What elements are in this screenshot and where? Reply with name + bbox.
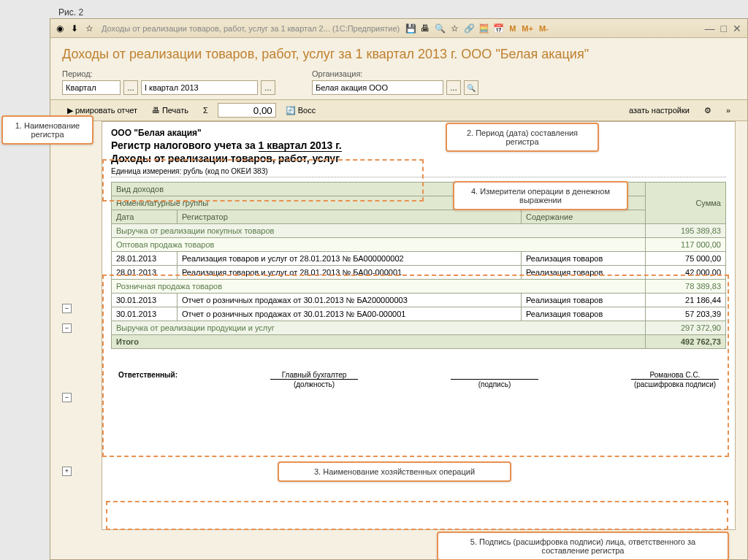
callout-4: 4. Измерители операции в денежном выраже…	[453, 181, 628, 210]
org-input[interactable]: Белая акация ООО	[312, 80, 443, 95]
table-row[interactable]: Оптовая продажа товаров117 000,00	[112, 238, 726, 252]
restore-button[interactable]: 🔄 Восс	[280, 104, 321, 118]
titlebar: ◉ ⬇ ☆ Доходы от реализации товаров, рабо…	[50, 19, 747, 38]
position-caption: (должность)	[270, 379, 358, 388]
star2-icon[interactable]: ☆	[448, 22, 461, 35]
th-date: Дата	[112, 210, 178, 224]
period-type-picker[interactable]: …	[123, 80, 138, 95]
calc-icon[interactable]: 🧮	[477, 22, 490, 35]
print-icon[interactable]: 🖶	[419, 22, 432, 35]
th-registrator: Регистратор	[178, 210, 522, 224]
org-search-icon[interactable]: 🔍	[464, 80, 478, 95]
report-reg-prefix: Регистр налогового учета за	[111, 139, 259, 151]
callout-5: 5. Подпись (расшифровка подписи) лица, о…	[437, 532, 729, 560]
report-unit: Единица измерения: рубль (код по ОКЕИ 38…	[111, 167, 726, 177]
period-label: Период:	[62, 69, 275, 78]
toolbar: ▶ рмировать отчет 🖶 Печать Σ 🔄 Восс азат…	[50, 99, 747, 121]
table-row[interactable]: 30.01.2013Отчет о розничных продажах от …	[112, 294, 726, 307]
filters-row: Период: Квартал … I квартал 2013 … Орган…	[50, 69, 747, 99]
callout-3: 3. Наименование хозяйственных операций	[278, 461, 511, 482]
preview-icon[interactable]: 🔍	[433, 22, 446, 35]
table-row[interactable]: Выручка от реализации продукции и услуг2…	[112, 321, 726, 335]
table-row[interactable]: Итого492 762,73	[112, 335, 726, 349]
collapse-icon[interactable]: −	[62, 323, 72, 333]
callout-2: 2. Период (дата) составления регистра	[446, 123, 599, 152]
sign-caption: (подпись)	[451, 379, 538, 388]
position-value: Главный бухгалтер	[282, 371, 347, 379]
table-row[interactable]: 28.01.2013Реализация товаров и услуг от …	[112, 252, 726, 266]
maximize-icon[interactable]: □	[718, 23, 730, 34]
mem-m-button[interactable]: M	[506, 24, 519, 33]
signature-row: Ответственный: Главный бухгалтер (должно…	[111, 371, 726, 388]
org-label: Организация:	[312, 69, 478, 78]
period-value-input[interactable]: I квартал 2013	[141, 80, 258, 95]
period-value-picker[interactable]: …	[261, 80, 275, 95]
close-icon[interactable]: ✕	[730, 23, 744, 34]
report-subtitle: Доходы от реализации товаров, работ, усл…	[111, 153, 726, 164]
mem-mplus-button[interactable]: M+	[519, 24, 536, 33]
fav-star-icon[interactable]: ☆	[83, 22, 96, 35]
table-row[interactable]: Розничная продажа товаров78 389,83	[112, 280, 726, 294]
restore-label: Восс	[298, 106, 316, 115]
report-org: ООО "Белая акация"	[111, 128, 726, 138]
name-value: Романова С.С.	[650, 371, 701, 379]
org-picker[interactable]: …	[446, 80, 461, 95]
show-settings-label: азать настройки	[629, 106, 690, 115]
form-report-label: рмировать отчет	[75, 106, 137, 115]
show-settings-button[interactable]: азать настройки	[624, 104, 695, 117]
page-title: Доходы от реализации товаров, работ, усл…	[50, 38, 747, 69]
back-icon[interactable]: ⬇	[68, 22, 81, 35]
period-type-input[interactable]: Квартал	[62, 80, 121, 95]
th-sum: Сумма	[646, 183, 726, 224]
collapse-icon[interactable]: −	[62, 304, 72, 313]
tree-column: − − − +	[62, 223, 99, 480]
report-register-line: Регистр налогового учета за 1 квартал 20…	[111, 139, 726, 151]
name-caption: (расшифровка подписи)	[631, 379, 719, 388]
collapse-icon[interactable]: −	[62, 393, 72, 402]
sigma-button[interactable]: Σ	[198, 104, 213, 117]
print-label: Печать	[162, 106, 188, 115]
figure-label: Рис. 2	[58, 7, 83, 18]
callout-1: 1. Наименование регистра	[1, 115, 94, 145]
save-icon[interactable]: 💾	[404, 22, 417, 35]
expand-icon[interactable]: +	[62, 467, 72, 476]
minimize-icon[interactable]: —	[702, 23, 718, 34]
window-title: Доходы от реализации товаров, работ, усл…	[102, 24, 400, 33]
sum-display[interactable]	[218, 103, 276, 118]
app-icon: ◉	[53, 22, 66, 35]
table-row[interactable]: 28.01.2013Реализация товаров и услуг от …	[112, 266, 726, 280]
mem-mminus-button[interactable]: M-	[536, 24, 552, 33]
responsible-label: Ответственный:	[118, 371, 178, 379]
report-table: Вид доходовСумма Номенклатурные группы Д…	[111, 182, 726, 349]
cal-icon[interactable]: 📅	[492, 22, 505, 35]
settings-icon[interactable]: ⚙	[699, 104, 717, 118]
more-icon[interactable]: »	[721, 104, 736, 117]
th-content: Содержание	[522, 210, 646, 224]
link-icon[interactable]: 🔗	[462, 22, 476, 35]
table-row[interactable]: Выручка от реализации покупных товаров19…	[112, 224, 726, 238]
print-button[interactable]: 🖶 Печать	[147, 104, 194, 117]
report-reg-period: 1 квартал 2013 г.	[259, 139, 342, 152]
table-row[interactable]: 30.01.2013Отчет о розничных продажах от …	[112, 307, 726, 321]
